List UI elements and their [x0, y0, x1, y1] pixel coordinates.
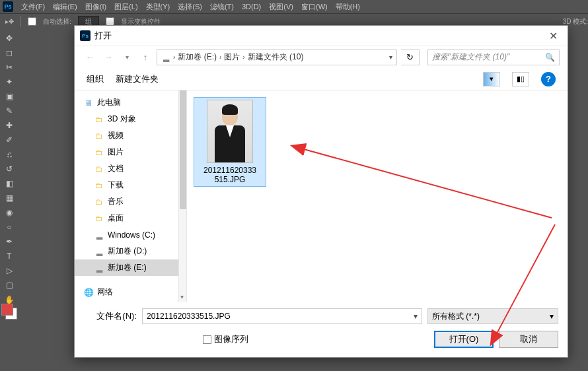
photoshop-menubar: Ps 文件(F) 编辑(E) 图像(I) 图层(L) 类型(Y) 选择(S) 滤… — [0, 0, 588, 13]
tree-item-pictures[interactable]: 🗀图片 — [75, 144, 178, 160]
tree-label: 图片 — [108, 147, 124, 158]
foreground-color-swatch[interactable] — [1, 304, 13, 316]
chevron-right-icon: › — [242, 53, 244, 61]
nav-recent-dropdown-icon[interactable]: ▾ — [120, 50, 134, 65]
open-file-dialog: Ps 打开 ✕ ← → ▾ ↑ ▂ › 新加卷 (E:) › 图片 › 新建文件… — [74, 25, 568, 358]
scroll-down-icon[interactable]: ▾ — [180, 293, 184, 300]
help-button[interactable]: ? — [541, 72, 556, 86]
tree-item-videos[interactable]: 🗀视频 — [75, 127, 178, 144]
menu-filter[interactable]: 滤镜(T) — [210, 2, 234, 12]
tree-item-downloads[interactable]: 🗀下载 — [75, 177, 178, 193]
menu-edit[interactable]: 编辑(E) — [53, 2, 77, 12]
tree-label: Windows (C:) — [108, 230, 155, 240]
search-icon: 🔍 — [545, 53, 555, 62]
tree-item-documents[interactable]: 🗀文档 — [75, 160, 178, 177]
checkbox-icon — [203, 335, 211, 344]
file-item[interactable]: 201211620333 515.JPG — [194, 97, 266, 187]
lasso-tool-icon[interactable]: ✂ — [3, 61, 16, 74]
pen-tool-icon[interactable]: ✒ — [3, 235, 16, 248]
view-mode-button[interactable]: ▾ — [483, 72, 500, 86]
tree-network[interactable]: 🌐网络 — [75, 284, 178, 300]
tree-this-pc[interactable]: 🖥 此电脑 — [75, 94, 178, 111]
menu-select[interactable]: 选择(S) — [178, 2, 202, 12]
photoshop-icon: Ps — [80, 30, 91, 41]
tree-label: 音乐 — [108, 196, 124, 207]
chevron-down-icon[interactable]: ▾ — [389, 53, 392, 61]
tree-item-drive-d[interactable]: ▂新加卷 (D:) — [75, 243, 178, 259]
menu-image[interactable]: 图像(I) — [85, 2, 106, 12]
search-input[interactable]: 搜索"新建文件夹 (10)" 🔍 — [427, 50, 560, 65]
tree-item-drive-c[interactable]: ▂Windows (C:) — [75, 226, 178, 243]
chevron-down-icon[interactable]: ▾ — [414, 312, 418, 321]
shape-tool-icon[interactable]: ▢ — [3, 279, 16, 292]
path-tool-icon[interactable]: ▷ — [3, 264, 16, 277]
close-button[interactable]: ✕ — [544, 29, 562, 42]
breadcrumb[interactable]: ▂ › 新加卷 (E:) › 图片 › 新建文件夹 (10) ▾ — [157, 50, 397, 65]
heal-tool-icon[interactable]: ✚ — [3, 119, 16, 132]
tree-item-desktop[interactable]: 🗀桌面 — [75, 210, 178, 226]
search-placeholder: 搜索"新建文件夹 (10)" — [432, 51, 509, 63]
filename-input[interactable]: 201211620333515.JPG ▾ — [142, 308, 422, 324]
gradient-tool-icon[interactable]: ▦ — [3, 191, 16, 205]
new-folder-button[interactable]: 新建文件夹 — [116, 73, 159, 85]
history-brush-icon[interactable]: ↺ — [3, 162, 16, 176]
image-sequence-checkbox[interactable]: 图像序列 — [203, 333, 248, 345]
tree-label: 此电脑 — [97, 97, 121, 108]
auto-select-label: 自动选择: — [43, 17, 71, 26]
dialog-title: 打开 — [94, 30, 544, 42]
move-tool-icon: ▸✥ — [5, 18, 14, 25]
eyedropper-tool-icon[interactable]: ✎ — [3, 104, 16, 118]
photoshop-logo: Ps — [3, 1, 13, 12]
chevron-right-icon: › — [173, 53, 175, 61]
preview-pane-button[interactable]: ▮▯ — [512, 72, 529, 86]
dialog-footer: 文件名(N): 201211620333515.JPG ▾ 所有格式 (*.*)… — [75, 302, 568, 357]
file-name-line1: 201211620333 — [196, 166, 264, 175]
breadcrumb-seg[interactable]: 新建文件夹 (10) — [248, 51, 304, 63]
menu-type[interactable]: 类型(Y) — [146, 2, 170, 12]
organize-button[interactable]: 组织 — [87, 73, 104, 85]
file-thumbnail — [207, 100, 253, 163]
wand-tool-icon[interactable]: ✦ — [3, 75, 16, 88]
folder-icon: 🗀 — [94, 181, 104, 190]
tree-label: 3D 对象 — [108, 114, 136, 125]
tree-item-3d-objects[interactable]: 🗀3D 对象 — [75, 111, 178, 127]
type-tool-icon[interactable]: T — [3, 250, 16, 263]
drive-icon: ▂ — [94, 247, 104, 256]
file-list[interactable]: 201211620333 515.JPG — [187, 90, 568, 302]
crop-tool-icon[interactable]: ▣ — [3, 90, 16, 103]
refresh-button[interactable]: ↻ — [401, 50, 420, 65]
tree-item-music[interactable]: 🗀音乐 — [75, 193, 178, 210]
tree-scrollbar[interactable]: ▾ — [179, 90, 187, 302]
menu-help[interactable]: 帮助(H) — [336, 2, 360, 12]
breadcrumb-seg[interactable]: 图片 — [224, 51, 240, 63]
cancel-button[interactable]: 取消 — [499, 331, 558, 348]
tree-label: 新加卷 (D:) — [108, 246, 147, 257]
menu-3d[interactable]: 3D(D) — [242, 3, 261, 11]
menu-file[interactable]: 文件(F) — [21, 2, 45, 12]
stamp-tool-icon[interactable]: ⎌ — [3, 148, 16, 161]
open-button[interactable]: 打开(O) — [434, 331, 494, 348]
menu-layer[interactable]: 图层(L) — [114, 2, 137, 12]
filename-label: 文件名(N): — [84, 310, 137, 322]
move-tool-icon[interactable]: ✥ — [3, 32, 16, 45]
nav-forward-icon[interactable]: → — [101, 50, 116, 65]
folder-icon: 🗀 — [94, 131, 104, 141]
menu-view[interactable]: 视图(V) — [269, 2, 293, 12]
dodge-tool-icon[interactable]: ○ — [3, 220, 16, 234]
file-type-select[interactable]: 所有格式 (*.*) ▾ — [427, 308, 558, 324]
marquee-tool-icon[interactable]: ◻ — [3, 46, 16, 59]
auto-select-checkbox[interactable] — [28, 17, 36, 26]
breadcrumb-seg[interactable]: 新加卷 (E:) — [178, 51, 217, 63]
nav-back-icon[interactable]: ← — [83, 50, 97, 65]
file-name-line2: 515.JPG — [196, 175, 264, 184]
drive-icon: ▂ — [94, 230, 104, 240]
brush-tool-icon[interactable]: ✐ — [3, 133, 16, 147]
drive-icon: ▂ — [94, 263, 104, 273]
tree-label: 桌面 — [108, 213, 124, 224]
menu-window[interactable]: 窗口(W) — [301, 2, 328, 12]
eraser-tool-icon[interactable]: ◧ — [3, 177, 16, 190]
blur-tool-icon[interactable]: ◉ — [3, 206, 16, 219]
tree-item-drive-e[interactable]: ▂新加卷 (E:) — [75, 259, 178, 276]
scrollbar-thumb[interactable] — [180, 90, 186, 209]
nav-up-icon[interactable]: ↑ — [138, 50, 153, 65]
